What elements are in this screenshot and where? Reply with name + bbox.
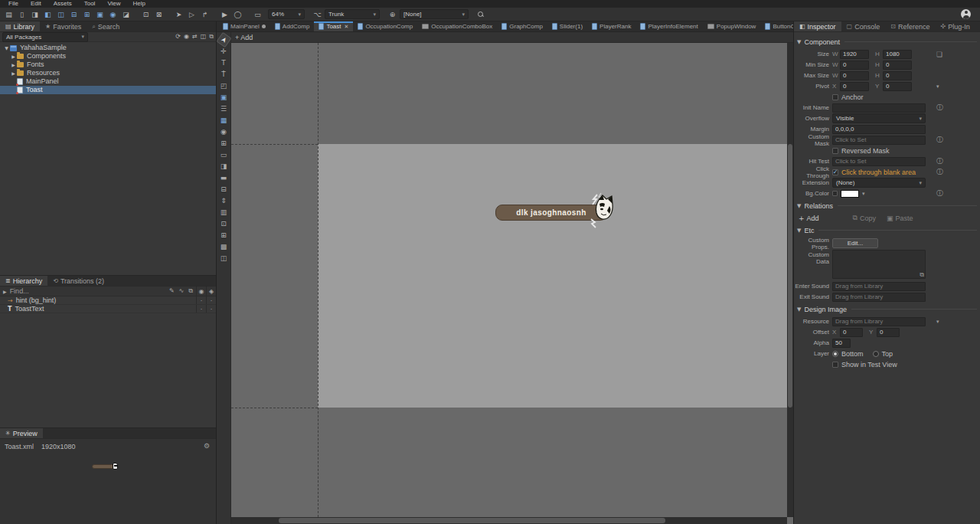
visibility-column-icon[interactable]: ◉ <box>199 288 204 295</box>
input-tool[interactable]: ◰ <box>218 80 230 91</box>
package-select[interactable]: All Packages ▾ <box>2 32 88 42</box>
clipboard-icon[interactable]: ◨ <box>29 9 41 20</box>
pivot-y-input[interactable] <box>883 82 912 91</box>
widget-slider-icon[interactable]: ⊞ <box>81 9 93 20</box>
component-tool[interactable]: ◫ <box>218 253 230 264</box>
tree-tool[interactable]: ⊞ <box>218 230 230 241</box>
button-tool[interactable]: ▭ <box>218 149 230 160</box>
tab-hierarchy[interactable]: ≣Hierarchy <box>0 276 47 286</box>
widget-combo-icon[interactable]: ⊟ <box>68 9 80 20</box>
menu-help[interactable]: Help <box>127 0 152 8</box>
hierarchy-item-hint-bg-hint-[interactable]: →hint (bg_hint)·· <box>0 296 216 305</box>
doc-tab-slider-1-[interactable]: Slider(1) <box>547 21 587 31</box>
expander-icon[interactable]: ▶ <box>10 69 17 77</box>
offset-y-input[interactable] <box>877 328 900 337</box>
tree-item-mainpanel[interactable]: MainPanel <box>0 77 216 86</box>
menu-assets[interactable]: Assets <box>47 0 78 8</box>
tab-reference[interactable]: ⊡Reference <box>885 21 935 31</box>
tab-search[interactable]: ⌕Search <box>87 21 125 31</box>
visibility-cell[interactable]: · <box>196 305 206 313</box>
locate-icon[interactable]: ◉ <box>184 33 189 41</box>
stage-canvas[interactable]: dlk jasoghnaosnh <box>231 43 793 524</box>
tree-item-components[interactable]: ▶Components <box>0 52 216 61</box>
label-tool[interactable]: ▥ <box>218 207 230 218</box>
menu-edit[interactable]: Edit <box>24 0 47 8</box>
pivot-x-input[interactable] <box>840 82 869 91</box>
bg-color-checkbox[interactable] <box>832 191 838 196</box>
size-width-input[interactable] <box>840 50 869 59</box>
enter-sound-input[interactable] <box>832 282 926 291</box>
movieclip-tool[interactable]: ⊞ <box>218 138 230 149</box>
menu-file[interactable]: File <box>2 0 24 8</box>
widget-movie-icon[interactable]: ◉ <box>107 9 119 20</box>
progressbar-tool[interactable]: ▬ <box>218 172 230 183</box>
tab-preview[interactable]: ✳ Preview <box>0 428 43 438</box>
tree-item-resources[interactable]: ▶Resources <box>0 69 216 77</box>
search-icon[interactable] <box>478 11 484 18</box>
section-relations[interactable]: ▼ Relations <box>797 200 977 211</box>
extension-select[interactable]: (None) ▾ <box>832 178 926 188</box>
add-relation-button[interactable]: + Add <box>799 215 819 222</box>
maximize-icon[interactable]: ❏ <box>936 51 942 58</box>
min-width-input[interactable] <box>840 61 869 70</box>
section-component[interactable]: ▼ Component <box>797 36 977 47</box>
add-button[interactable]: + Add <box>235 34 253 41</box>
save-icon[interactable]: ⊡ <box>140 9 152 20</box>
tab-inspector[interactable]: ◧Inspector <box>794 21 841 31</box>
copy-icon[interactable]: ⧉ <box>188 287 193 295</box>
chevron-down-icon[interactable]: ▾ <box>936 319 939 325</box>
overflow-select[interactable]: Visible ▾ <box>832 113 926 123</box>
resource-input[interactable] <box>832 317 926 326</box>
doc-tab-playerinfoelement[interactable]: PlayerInfoElement <box>635 21 702 31</box>
slider-tool[interactable]: ⊟ <box>218 184 230 195</box>
new-component-icon[interactable]: ▯ <box>16 9 28 20</box>
show-in-test-view-checkbox[interactable] <box>832 362 838 368</box>
loader-tool[interactable]: ◉ <box>218 126 230 137</box>
tree-item-toast[interactable]: Toast <box>0 86 216 94</box>
init-name-input[interactable] <box>832 103 926 113</box>
doc-tab-occupationcomp[interactable]: OccupationComp <box>353 21 417 31</box>
tab-console[interactable]: ▢Console <box>841 21 886 31</box>
visibility-cell[interactable]: · <box>196 296 206 304</box>
gear-icon[interactable]: ⚙ <box>204 442 210 450</box>
vertical-scrollbar-thumb[interactable] <box>788 144 792 408</box>
lock-cell[interactable]: · <box>206 305 216 313</box>
hit-test-input[interactable] <box>832 157 926 166</box>
sync-icon[interactable]: ⇄ <box>192 33 198 41</box>
doc-tab-playerrank[interactable]: PlayerRank <box>587 21 635 31</box>
vertical-scrollbar[interactable] <box>787 43 793 517</box>
tab-favorites[interactable]: ★Favorites <box>40 21 87 31</box>
richtext-tool[interactable]: Ṫ <box>218 69 230 80</box>
refresh-icon[interactable]: ⟳ <box>175 33 181 41</box>
close-icon[interactable]: ✕ <box>345 24 349 30</box>
doc-tab-buttoncomp[interactable]: ButtonComp <box>760 21 793 31</box>
curve-icon[interactable]: ∿ <box>179 287 185 295</box>
horizontal-scrollbar[interactable] <box>231 517 787 524</box>
branch-select[interactable]: Trunk ▾ <box>325 9 380 19</box>
edit-icon[interactable]: ✎ <box>169 287 175 295</box>
custom-mask-input[interactable] <box>832 136 926 145</box>
size-height-input[interactable] <box>883 50 912 59</box>
display-icon[interactable]: ▭ <box>252 9 263 20</box>
doc-tab-mainpanel[interactable]: MainPanel <box>218 21 270 31</box>
widget-text-icon[interactable]: ▣ <box>94 9 106 20</box>
tab-transitions-2-[interactable]: ⟲Transitions (2) <box>47 276 109 286</box>
min-height-input[interactable] <box>883 61 912 70</box>
tree-item-fonts[interactable]: ▶Fonts <box>0 61 216 69</box>
horizontal-scrollbar-thumb[interactable] <box>279 518 665 523</box>
expander-icon[interactable]: ▶ <box>10 61 17 69</box>
image-tool[interactable]: ▣ <box>218 92 230 103</box>
save-all-icon[interactable]: ⊠ <box>153 9 165 20</box>
reversed-mask-checkbox[interactable] <box>832 148 838 154</box>
paste-relations-button[interactable]: ▣ Paste <box>887 215 913 222</box>
max-width-input[interactable] <box>840 71 869 80</box>
max-height-input[interactable] <box>883 71 912 80</box>
section-etc[interactable]: ▼ Etc <box>797 224 977 236</box>
hierarchy-find-row[interactable]: ▶ Find... ✎ ∿ ⧉ ◉ ◈ <box>0 287 216 296</box>
doc-tab-popupwindow[interactable]: PopupWindow <box>703 21 761 31</box>
doc-tab-graphcomp[interactable]: GraphComp <box>497 21 547 31</box>
lock-column-icon[interactable]: ◈ <box>209 288 214 295</box>
language-select[interactable]: [None] ▾ <box>400 9 469 19</box>
menu-view[interactable]: View <box>101 0 126 8</box>
doc-tab-occupationcombobox[interactable]: OccupationComboBox <box>417 21 497 31</box>
